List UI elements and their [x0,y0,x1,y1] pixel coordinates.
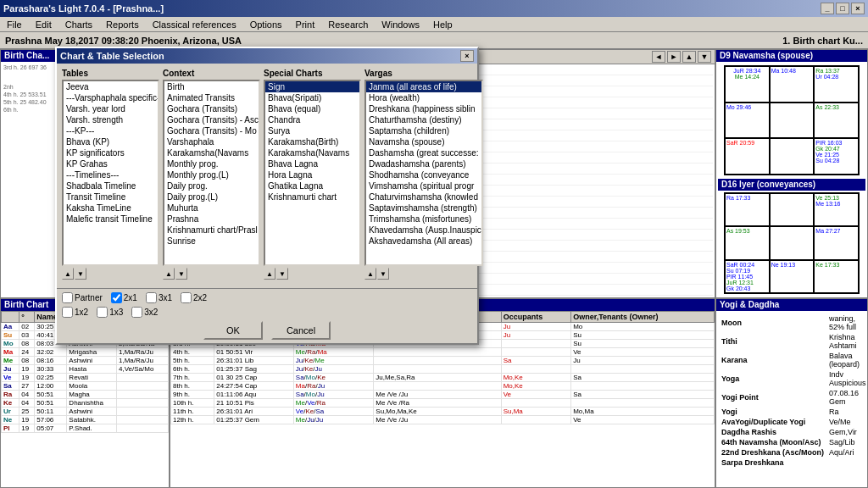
list-item[interactable]: Vimshamsha (spiritual progr [366,180,481,191]
tables-scroll-btns: ▲ ▼ [62,268,159,280]
x1x2-checkbox[interactable] [62,307,73,318]
list-item[interactable]: Karakamsha(Birth) [265,136,359,147]
list-item[interactable]: Akshavedamsha (All areas) [366,236,481,247]
x3x1-checkbox[interactable] [146,292,157,303]
list-item[interactable]: Dwadashamsha (parents) [366,158,481,169]
list-item[interactable]: Dreshkana (happiness siblin [366,103,481,114]
x2x2-label[interactable]: 2x2 [181,292,207,303]
list-item[interactable]: Bhava (KP) [64,136,158,147]
list-item[interactable]: Chaturthamsha (destiny) [366,114,481,125]
list-item[interactable]: Chaturvimshamsha (knowled [366,191,481,202]
list-item[interactable]: Varsh. year lord [64,103,158,114]
ok-button[interactable]: OK [203,321,263,340]
tables-scroll-down[interactable]: ▼ [75,268,86,280]
list-item[interactable]: Daily prog. [164,180,259,191]
list-item[interactable]: Kaksha TimeLine [64,202,158,214]
dialog-close-button[interactable]: × [460,50,474,62]
x1x3-label[interactable]: 1x3 [97,307,123,318]
context-scroll-down[interactable]: ▼ [175,268,187,280]
list-item[interactable]: Ghatika Lagna [265,180,359,191]
dialog-content: Tables Jeeva---Varsphaphala specific---V… [57,64,477,288]
list-item[interactable]: Navamsha (spouse) [366,136,481,147]
list-item[interactable]: KP significators [64,147,158,158]
dialog-footer: Partner 2x1 3x1 2x2 1x2 1x3 [57,288,477,343]
context-scroll-btns: ▲ ▼ [163,268,260,280]
x3x2-label[interactable]: 3x2 [131,307,158,318]
partner-label[interactable]: Partner [62,292,103,303]
tables-scroll-up[interactable]: ▲ [62,268,74,280]
special-scroll-down[interactable]: ▼ [276,268,288,280]
list-item[interactable]: Saptavimshamsha (strength) [366,202,481,214]
list-item[interactable]: Jeeva [64,81,158,92]
context-scroll-up[interactable]: ▲ [163,268,175,280]
vargas-scroll-down[interactable]: ▼ [377,268,389,280]
list-item[interactable]: ---Varsphaphala specific--- [64,92,158,103]
list-item[interactable]: Surya [265,125,359,136]
partner-checkbox[interactable] [62,292,73,303]
list-item[interactable]: Khavedamsha (Ausp.Inauspic [366,225,481,236]
context-header: Context [163,69,260,78]
list-item[interactable]: Bhava Lagna [265,158,359,169]
vargas-scroll-up[interactable]: ▲ [364,268,376,280]
list-item[interactable]: Shodhamsha (conveyance [366,169,481,180]
list-item[interactable]: Trimshamsha (misfortunes) [366,214,481,225]
list-item[interactable]: Gochara (Transits) - Asc [164,114,259,125]
dialog-title: Chart & Table Selection [60,51,164,61]
list-item[interactable]: Bhava (equal) [265,103,359,114]
dialog-special-col: Special Charts SignBhava(Sripati)Bhava (… [264,69,361,280]
x2x1-text: 2x1 [124,293,137,302]
list-item[interactable]: Varshaphala [164,136,259,147]
list-item[interactable]: Saptamsha (children) [366,125,481,136]
list-item[interactable]: Varsh. strength [64,114,158,125]
list-item[interactable]: Janma (all areas of life) [366,81,481,92]
list-item[interactable]: Gochara (Transits) - Mo [164,125,259,136]
special-charts-list[interactable]: SignBhava(Sripati)Bhava (equal)ChandraSu… [264,80,361,266]
context-list[interactable]: BirthAnimated TransitsGochara (Transits)… [163,80,260,266]
list-item[interactable]: Krishnamurti chart [265,191,359,202]
list-item[interactable]: Shadbala Timeline [64,180,158,191]
list-item[interactable]: Monthly prog.(L) [164,169,259,180]
list-item[interactable]: ---KP--- [64,125,158,136]
list-item[interactable]: Sunrise [164,236,259,247]
vargas-list[interactable]: Janma (all areas of life)Hora (wealth)Dr… [364,80,483,266]
list-item[interactable]: Hora Lagna [265,169,359,180]
list-item[interactable]: Prashna [164,214,259,225]
tables-list[interactable]: Jeeva---Varsphaphala specific---Varsh. y… [62,80,159,266]
x1x2-label[interactable]: 1x2 [62,307,88,318]
list-item[interactable]: Daily prog.(L) [164,191,259,202]
dialog-columns-row: Tables Jeeva---Varsphaphala specific---V… [62,69,472,280]
list-item[interactable]: KP Grahas [64,158,158,169]
list-item[interactable]: Monthly prog. [164,158,259,169]
list-item[interactable]: Bhava(Sripati) [265,92,359,103]
x2x2-checkbox[interactable] [181,292,192,303]
dialog-vargas-col: Vargas Janma (all areas of life)Hora (we… [364,69,483,280]
list-item[interactable]: Karakamsha(Navams [265,147,359,158]
list-item[interactable]: Sign [265,81,359,92]
list-item[interactable]: Gochara (Transits) [164,103,259,114]
dialog-checkboxes-row2: 1x2 1x3 3x2 [62,307,472,318]
list-item[interactable]: Chandra [265,114,359,125]
x1x3-checkbox[interactable] [97,307,108,318]
list-item[interactable]: Animated Transits [164,92,259,103]
dialog-title-bar: Chart & Table Selection × [57,48,477,64]
x3x1-label[interactable]: 3x1 [146,292,172,303]
vargas-scroll-btns: ▲ ▼ [364,268,483,280]
list-item[interactable]: ---Timelines--- [64,169,158,180]
list-item[interactable]: Birth [164,81,259,92]
list-item[interactable]: Krishnamurti chart/Prasl [164,225,259,236]
list-item[interactable]: Transit Timeline [64,191,158,202]
list-item[interactable]: Malefic transit Timeline [64,214,158,225]
list-item[interactable]: Dashamsha (great successe: [366,147,481,158]
list-item[interactable]: Muhurta [164,202,259,214]
dialog-checkboxes: Partner 2x1 3x1 2x2 [62,292,472,303]
cancel-button[interactable]: Cancel [271,321,331,340]
list-item[interactable]: Hora (wealth) [366,92,481,103]
x3x2-checkbox[interactable] [131,307,142,318]
dialog-tables-col: Tables Jeeva---Varsphaphala specific---V… [62,69,159,280]
x1x3-text: 1x3 [109,308,123,317]
special-scroll-up[interactable]: ▲ [264,268,275,280]
x2x1-label[interactable]: 2x1 [111,292,137,303]
list-item[interactable]: Karakamsha(Navams [164,147,259,158]
x3x1-text: 3x1 [159,293,172,302]
x2x1-checkbox[interactable] [111,292,122,303]
